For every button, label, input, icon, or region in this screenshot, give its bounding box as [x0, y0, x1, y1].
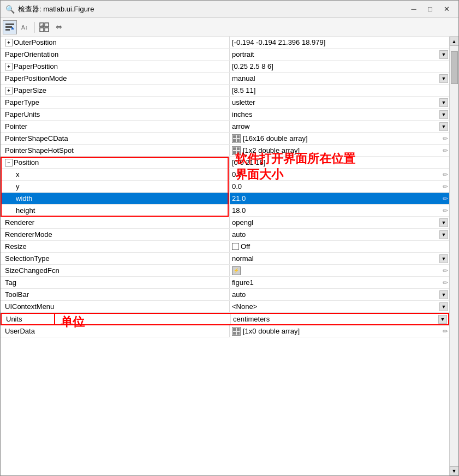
property-name-outerposition[interactable]: +OuterPosition: [1, 37, 230, 48]
property-value-y[interactable]: 0.0✏: [230, 181, 449, 192]
property-value-height[interactable]: 18.0✏: [230, 205, 449, 216]
scroll-track[interactable]: [450, 46, 458, 466]
property-value-sizechangedfcn[interactable]: ⚡✏: [230, 265, 449, 276]
pencil-icon[interactable]: ✏: [443, 279, 448, 287]
table-row[interactable]: height18.0✏: [1, 205, 449, 217]
scroll-down-button[interactable]: ▼: [450, 466, 459, 475]
property-value-pointershapehotspot[interactable]: [1x2 double array]✏: [230, 145, 449, 156]
checkbox-resize[interactable]: Off: [232, 242, 250, 251]
property-value-pointer[interactable]: arrow▼: [230, 121, 449, 132]
dropdown-arrow[interactable]: ▼: [439, 302, 448, 311]
property-value-x[interactable]: 0.0✏: [230, 169, 449, 180]
dropdown-arrow[interactable]: ▼: [439, 254, 448, 263]
property-value-paperorientation[interactable]: portrait▼: [230, 49, 449, 60]
table-row[interactable]: +PaperSize[8.5 11]: [1, 85, 449, 97]
property-name-papersize[interactable]: +PaperSize: [1, 85, 230, 96]
table-row[interactable]: ToolBarauto▼: [1, 289, 449, 301]
property-value-userdata[interactable]: [1x0 double array]✏: [230, 325, 449, 337]
property-value-width[interactable]: 21.0✏: [230, 193, 449, 204]
table-row[interactable]: PaperTypeusletter▼: [1, 97, 449, 109]
dropdown-arrow[interactable]: ▼: [439, 230, 448, 239]
sort-button[interactable]: [3, 20, 17, 34]
alphabetical-button[interactable]: A↕: [18, 20, 32, 34]
property-value-paperposition[interactable]: [0.25 2.5 8 6]: [230, 61, 449, 72]
table-row[interactable]: Tagfigure1✏: [1, 277, 449, 289]
table-row[interactable]: PaperUnitsinches▼: [1, 109, 449, 121]
table-row[interactable]: SelectionTypenormal▼: [1, 253, 449, 265]
expand-icon[interactable]: +: [5, 63, 13, 70]
table-row[interactable]: ResizeOff: [1, 241, 449, 253]
scroll-thumb[interactable]: [451, 51, 458, 84]
pencil-icon[interactable]: ✏: [443, 147, 448, 154]
property-value-units[interactable]: centimeters▼: [231, 314, 448, 324]
property-value-papersize[interactable]: [8.5 11]: [230, 85, 449, 96]
table-row[interactable]: PaperOrientationportrait▼: [1, 49, 449, 61]
dropdown-arrow[interactable]: ▼: [439, 110, 448, 119]
table-row[interactable]: RendererModeauto▼: [1, 229, 449, 241]
pencil-icon[interactable]: ✏: [443, 207, 448, 215]
table-row[interactable]: Pointerarrow▼: [1, 121, 449, 133]
property-value-renderermode[interactable]: auto▼: [230, 229, 449, 240]
expand-icon[interactable]: +: [5, 87, 13, 94]
dropdown-arrow[interactable]: ▼: [439, 122, 448, 131]
property-value-outerposition[interactable]: [-0.194 -0.194 21.396 18.979]: [230, 37, 449, 48]
table-row[interactable]: y0.0✏: [1, 181, 449, 193]
property-value-uicontextmenu[interactable]: <None>▼: [230, 301, 449, 312]
property-label: PaperSize: [14, 86, 46, 94]
property-label: PointerShapeHotSpot: [5, 146, 74, 154]
property-value-tag[interactable]: figure1✏: [230, 277, 449, 288]
dropdown-arrow[interactable]: ▼: [439, 74, 448, 83]
scroll-up-button[interactable]: ▲: [450, 37, 459, 46]
svg-text:A↕: A↕: [21, 25, 28, 31]
grid-icon[interactable]: [232, 327, 241, 336]
table-row[interactable]: Rendereropengl▼: [1, 217, 449, 229]
table-row[interactable]: PointerShapeHotSpot[1x2 double array]✏: [1, 145, 449, 157]
pencil-icon[interactable]: ✏: [443, 135, 448, 142]
property-value-pointershapecdata[interactable]: [16x16 double array]✏: [230, 133, 449, 144]
dropdown-arrow[interactable]: ▼: [439, 50, 448, 59]
grid-icon[interactable]: [232, 146, 241, 155]
property-value-selectiontype[interactable]: normal▼: [230, 253, 449, 264]
table-row[interactable]: −Position[0 0 21 18]: [1, 157, 449, 169]
property-value-renderer[interactable]: opengl▼: [230, 217, 449, 228]
grid-icon[interactable]: [232, 134, 241, 143]
property-value-papertype[interactable]: usletter▼: [230, 97, 449, 108]
property-value-resize[interactable]: Off: [230, 241, 449, 252]
table-row[interactable]: +OuterPosition[-0.194 -0.194 21.396 18.9…: [1, 37, 449, 49]
pencil-icon[interactable]: ✏: [443, 171, 448, 178]
property-value-paperunits[interactable]: inches▼: [230, 109, 449, 120]
table-row[interactable]: PointerShapeCData[16x16 double array]✏: [1, 133, 449, 145]
table-row[interactable]: x0.0✏: [1, 169, 449, 181]
table-row[interactable]: PaperPositionModemanual▼: [1, 73, 449, 85]
dropdown-arrow[interactable]: ▼: [438, 315, 447, 324]
collapse-icon[interactable]: −: [5, 159, 13, 166]
property-value-position[interactable]: [0 0 21 18]: [230, 157, 449, 168]
table-row[interactable]: UserData[1x0 double array]✏: [1, 325, 449, 337]
expand-button[interactable]: + -: [37, 20, 51, 34]
pencil-icon[interactable]: ✏: [443, 267, 448, 275]
pencil-icon[interactable]: ✏: [443, 328, 448, 335]
close-button[interactable]: ✕: [439, 3, 454, 15]
minimize-button[interactable]: ─: [406, 3, 421, 15]
property-name-position[interactable]: −Position: [1, 157, 230, 168]
dropdown-arrow[interactable]: ▼: [439, 290, 448, 299]
property-name-paperposition[interactable]: +PaperPosition: [1, 61, 230, 72]
table-row[interactable]: UIContextMenu<None>▼: [1, 301, 449, 313]
value-text: 0.0: [232, 170, 242, 178]
pencil-icon[interactable]: ✏: [443, 195, 448, 203]
pencil-icon[interactable]: ✏: [443, 183, 448, 191]
table-row[interactable]: width21.0✏: [1, 193, 449, 205]
value-text: figure1: [232, 278, 254, 287]
table-row[interactable]: SizeChangedFcn⚡✏: [1, 265, 449, 277]
dropdown-arrow[interactable]: ▼: [439, 98, 448, 107]
table-row[interactable]: Unitscentimeters▼: [1, 313, 449, 325]
grid-icon[interactable]: ⚡: [232, 266, 241, 275]
vertical-scrollbar[interactable]: ▲ ▼: [449, 37, 458, 475]
collapse-button[interactable]: ⇔: [52, 20, 67, 34]
property-value-paperpositionmode[interactable]: manual▼: [230, 73, 449, 84]
property-value-toolbar[interactable]: auto▼: [230, 289, 449, 300]
dropdown-arrow[interactable]: ▼: [439, 218, 448, 227]
table-row[interactable]: +PaperPosition[0.25 2.5 8 6]: [1, 61, 449, 73]
maximize-button[interactable]: □: [422, 3, 438, 15]
expand-icon[interactable]: +: [5, 39, 13, 46]
